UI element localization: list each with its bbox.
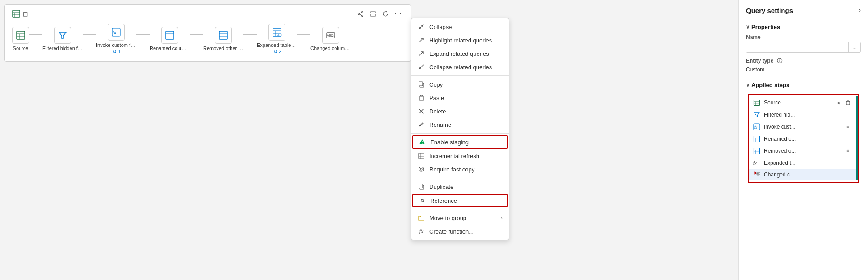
svg-point-64 (847, 126, 849, 128)
name-dots-button[interactable]: ... (848, 42, 860, 52)
menu-item-paste[interactable]: Paste (411, 91, 509, 104)
entity-type-value: Custom (746, 67, 861, 73)
applied-step-icon-expanded_t: fx (753, 159, 760, 167)
step-item-source[interactable]: Source (12, 27, 29, 51)
applied-step-source[interactable]: Source (749, 96, 856, 109)
menu-label-delete: Delete (429, 108, 446, 115)
menu-item-incremental[interactable]: Incremental refresh (411, 149, 509, 163)
info-icon: ⓘ (777, 58, 782, 64)
menu-item-collapse_related[interactable]: Collapse related queries (411, 60, 509, 74)
step-link-expanded[interactable]: 2 (273, 49, 281, 54)
menu-icon-expand_related (418, 50, 425, 57)
applied-step-changed_c[interactable]: ABC123 Changed c... (749, 169, 856, 180)
svg-rect-52 (419, 184, 423, 188)
svg-point-5 (362, 15, 363, 17)
step-link-invoke[interactable]: 1 (112, 49, 121, 54)
step-gear-button-removed_o[interactable] (844, 147, 852, 155)
step-item-expanded[interactable]: ABC Expanded table c... 2 (257, 24, 297, 54)
teal-bar-changed_c (856, 169, 858, 180)
step-item-renamed[interactable]: Renamed columns (150, 27, 190, 51)
step-connector (190, 34, 203, 35)
teal-bar-renamed_c (856, 133, 858, 145)
maximize-button[interactable] (368, 8, 378, 19)
pipeline-title-text: ◫ (23, 11, 28, 17)
applied-step-wrapper-renamed_c: Renamed c... (749, 133, 858, 145)
applied-step-invoke_cust[interactable]: fx Invoke cust... (749, 121, 856, 133)
chevron-down-icon: ∨ (746, 24, 750, 30)
step-gear-button-source[interactable] (835, 99, 843, 107)
menu-item-collapse[interactable]: Collapse (411, 20, 509, 33)
applied-step-renamed_c[interactable]: Renamed c... (749, 133, 856, 145)
menu-label-duplicate: Duplicate (429, 184, 453, 190)
svg-point-6 (358, 13, 360, 15)
pipeline-toolbar: ⋯ (355, 8, 403, 19)
menu-label-paste: Paste (429, 95, 444, 101)
menu-label-reference: Reference (430, 197, 457, 204)
menu-label-collapse_related: Collapse related queries (429, 64, 492, 71)
step-item-invoke[interactable]: fx Invoke custom fu... 1 (96, 24, 136, 54)
separator-after-rename (411, 133, 509, 134)
applied-step-icon-renamed_c (753, 135, 760, 142)
step-icon-expanded: ABC (268, 24, 285, 41)
pipeline-header: ◫ ⋯ (12, 8, 403, 19)
panel-expand-button[interactable]: › (859, 6, 861, 14)
separator-after-reference (411, 209, 509, 209)
menu-item-reference[interactable]: Reference (412, 194, 508, 207)
share-icon (357, 11, 364, 17)
svg-rect-9 (17, 31, 25, 39)
menu-item-expand_related[interactable]: Expand related queries (411, 47, 509, 60)
menu-icon-duplicate (418, 183, 425, 190)
step-connector (243, 34, 257, 35)
menu-item-move_to_group[interactable]: Move to group › (411, 211, 509, 225)
svg-line-7 (359, 13, 361, 13)
more-button[interactable]: ⋯ (393, 8, 403, 19)
refresh-icon (382, 11, 389, 17)
applied-step-removed_o[interactable]: Removed o... (749, 145, 856, 157)
svg-marker-61 (754, 113, 759, 117)
applied-step-label-source: Source (764, 100, 831, 106)
menu-item-highlight[interactable]: Highlight related queries (411, 33, 509, 47)
menu-item-duplicate[interactable]: Duplicate (411, 180, 509, 193)
teal-bar-removed_o (856, 145, 858, 157)
name-input[interactable] (746, 42, 848, 52)
pipeline-title: ◫ (12, 10, 28, 18)
applied-step-icon-filtered_hid (753, 111, 760, 118)
context-menu: Collapse Highlight related queries Expan… (411, 18, 509, 240)
applied-step-expanded_t[interactable]: fx Expanded t... (749, 157, 856, 169)
share-button[interactable] (355, 8, 366, 19)
applied-step-icon-source (753, 99, 760, 106)
step-icon-changed: ABC123 (322, 27, 339, 44)
svg-rect-58 (846, 101, 850, 105)
menu-item-rename[interactable]: Rename (411, 118, 509, 131)
step-gear-button-invoke_cust[interactable] (844, 123, 852, 131)
submenu-arrow-icon: › (501, 215, 503, 221)
menu-icon-copy (418, 81, 425, 88)
menu-item-delete[interactable]: Delete (411, 104, 509, 118)
fx-icon: fx (419, 228, 424, 235)
step-item-removed[interactable]: Removed other c... (203, 27, 243, 51)
step-connector (83, 34, 96, 35)
name-field-label: Name (746, 34, 861, 40)
refresh-button[interactable] (380, 8, 391, 19)
menu-item-create_function[interactable]: fx Create function... (411, 225, 509, 238)
applied-step-label-expanded_t: Expanded t... (764, 160, 848, 166)
svg-point-72 (847, 150, 849, 152)
applied-step-label-invoke_cust: Invoke cust... (764, 124, 840, 130)
step-label-renamed: Renamed columns (150, 46, 190, 51)
step-delete-button-source[interactable] (844, 99, 852, 107)
applied-step-filtered_hid[interactable]: Filtered hid... (749, 109, 856, 121)
menu-item-enable_staging[interactable]: Enable staging (412, 135, 508, 149)
applied-step-wrapper-filtered_hid: Filtered hid... (749, 109, 858, 121)
svg-line-8 (359, 14, 361, 15)
step-item-filtered[interactable]: Filtered hidden fi... (42, 27, 83, 51)
step-item-changed[interactable]: ABC123 Changed column... (310, 27, 351, 51)
menu-icon-collapse (418, 23, 425, 30)
menu-item-copy[interactable]: Copy (411, 78, 509, 91)
svg-rect-45 (419, 153, 424, 159)
step-connector (136, 34, 150, 35)
applied-step-label-filtered_hid: Filtered hid... (764, 112, 848, 118)
svg-marker-13 (59, 32, 66, 38)
menu-item-fast_copy[interactable]: Require fast copy (411, 163, 509, 176)
applied-steps-section: ∨ Applied steps Source Filtered hid... f… (739, 82, 868, 188)
menu-icon-fast_copy (418, 166, 425, 173)
